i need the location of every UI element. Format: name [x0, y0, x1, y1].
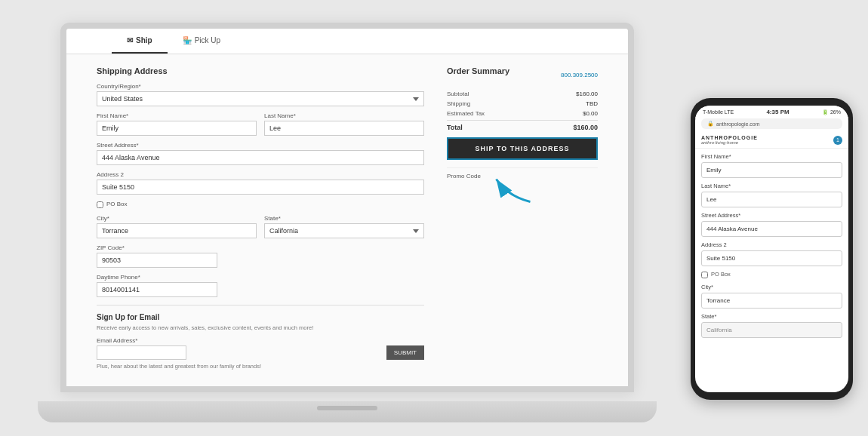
arrow-svg [491, 162, 536, 207]
mobile-street-input[interactable] [701, 221, 842, 237]
subtotal-row: Subtotal $160.00 [447, 91, 598, 97]
mobile-carrier: T-Mobile LTE [703, 109, 734, 115]
ship-icon: ✉ [127, 36, 133, 45]
order-summary: Order Summary 800.309.2500 Subtotal $160… [447, 66, 598, 373]
email-input[interactable] [97, 345, 186, 360]
email-label: Email Address* [97, 337, 380, 344]
last-name-input[interactable] [264, 121, 424, 136]
screen-content: ✉ Ship 🏪 Pick Up Shipping Address Countr… [66, 29, 628, 386]
tab-pickup[interactable]: 🏪 Pick Up [168, 29, 235, 54]
tax-value: $0.00 [583, 110, 598, 117]
anthropologie-logo: ANTHROPOLOGIE [701, 135, 758, 140]
pickup-icon: 🏪 [183, 36, 192, 45]
url-text: anthropologie.com [716, 121, 760, 127]
street-input[interactable] [97, 150, 424, 165]
country-label: Country/Region* [97, 83, 424, 90]
battery-level: 26% [830, 109, 841, 115]
last-name-group: Last Name* [264, 112, 424, 136]
phone-input[interactable] [97, 282, 217, 297]
tab-ship-label: Ship [136, 36, 152, 45]
battery-icon: 🔋 [822, 109, 829, 115]
mobile-last-name-group: Last Name* [701, 183, 842, 207]
submit-button[interactable]: SUBMIT [386, 345, 424, 360]
address2-group: Address 2 [97, 171, 424, 195]
first-name-label: First Name* [97, 112, 257, 119]
address2-input[interactable] [97, 180, 424, 195]
signup-section: Sign Up for Email Receive early access t… [97, 305, 424, 373]
city-label: City* [97, 215, 257, 222]
zip-label: ZIP Code* [97, 244, 217, 251]
total-row: Total $160.00 [447, 120, 598, 131]
mobile-screen: T-Mobile LTE 4:35 PM 🔋 26% 🔒 anthropolog… [695, 106, 848, 392]
anthro-home-text: anthro· [701, 140, 716, 145]
main-layout: Shipping Address Country/Region* United … [66, 54, 628, 385]
mobile-url-bar[interactable]: 🔒 anthropologie.com [701, 118, 842, 129]
mobile-street-group: Street Address* [701, 212, 842, 237]
mobile-po-box-label: PO Box [711, 271, 731, 278]
subtotal-label: Subtotal [447, 91, 469, 97]
mobile-header: ANTHROPOLOGIE anthro·living·home 1 [695, 132, 848, 149]
signup-title: Sign Up for Email [97, 313, 424, 321]
state-select[interactable]: California [264, 223, 424, 238]
mobile-po-box-checkbox[interactable] [701, 272, 708, 278]
mobile-last-name-input[interactable] [701, 192, 842, 207]
mobile-city-group: City* [701, 284, 842, 309]
mobile-first-name-input[interactable] [701, 162, 842, 178]
laptop-mockup: ✉ Ship 🏪 Pick Up Shipping Address Countr… [38, 15, 657, 422]
order-summary-header: Order Summary 800.309.2500 [447, 66, 598, 83]
mobile-battery: 🔋 26% [822, 109, 841, 115]
address2-label: Address 2 [97, 171, 424, 178]
mobile-address2-input[interactable] [701, 250, 842, 266]
phone-group: Daytime Phone* [97, 274, 217, 297]
mobile-status-bar: T-Mobile LTE 4:35 PM 🔋 26% [695, 106, 848, 118]
street-label: Street Address* [97, 142, 424, 149]
city-input[interactable] [97, 223, 257, 238]
street-group: Street Address* [97, 142, 424, 165]
tax-row: Estimated Tax $0.00 [447, 110, 598, 117]
mobile-state-group: State* California [701, 313, 842, 338]
ship-to-address-button[interactable]: SHIP TO THIS ADDRESS [447, 137, 598, 160]
tab-pickup-label: Pick Up [195, 36, 220, 45]
subtotal-value: $160.00 [576, 91, 598, 97]
last-name-label: Last Name* [264, 112, 424, 119]
shipping-value: TBD [586, 100, 598, 107]
phone-label: Daytime Phone* [97, 274, 217, 281]
country-select[interactable]: United States [97, 91, 424, 106]
arrow-indicator [491, 162, 536, 207]
logos-container: ANTHROPOLOGIE anthro·living·home [701, 135, 758, 145]
zip-group: ZIP Code* [97, 244, 217, 268]
order-summary-phone[interactable]: 800.309.2500 [561, 72, 598, 78]
shipping-form: Shipping Address Country/Region* United … [97, 66, 424, 373]
city-state-row: City* State* California [97, 215, 424, 244]
name-row: First Name* Last Name* [97, 112, 424, 142]
mobile-first-name-group: First Name* [701, 153, 842, 178]
home-text: ·home [725, 140, 738, 145]
anthro-home-logo: anthro·living·home [701, 140, 758, 145]
email-group: Email Address* [97, 337, 380, 360]
po-box-label: PO Box [106, 201, 128, 207]
total-value: $160.00 [573, 124, 598, 131]
signup-row: Email Address* SUBMIT [97, 337, 424, 360]
signup-plus-text: Plus, hear about the latest and greatest… [97, 363, 424, 371]
mobile-state-select[interactable]: California [701, 322, 842, 338]
mobile-city-label: City* [701, 284, 842, 290]
first-name-input[interactable] [97, 121, 257, 136]
zip-input[interactable] [97, 253, 217, 268]
cart-badge[interactable]: 1 [833, 136, 842, 145]
city-group: City* [97, 215, 257, 238]
tax-label: Estimated Tax [447, 110, 485, 117]
po-box-checkbox[interactable] [97, 201, 103, 208]
lock-icon: 🔒 [707, 121, 714, 127]
first-name-group: First Name* [97, 112, 257, 136]
country-group: Country/Region* United States [97, 83, 424, 106]
shipping-label: Shipping [447, 100, 470, 107]
mobile-address2-group: Address 2 [701, 241, 842, 266]
mobile-time: 4:35 PM [766, 109, 789, 115]
laptop-base [38, 401, 657, 422]
tab-ship[interactable]: ✉ Ship [112, 29, 168, 54]
mobile-first-name-label: First Name* [701, 153, 842, 160]
mobile-city-input[interactable] [701, 293, 842, 309]
mobile-state-label: State* [701, 313, 842, 320]
state-group: State* California [264, 215, 424, 238]
total-label: Total [447, 124, 463, 131]
